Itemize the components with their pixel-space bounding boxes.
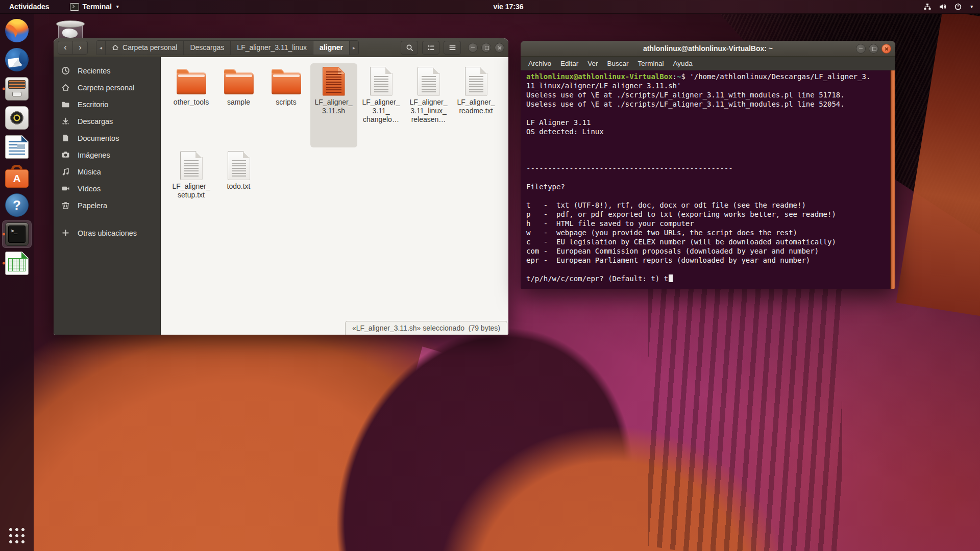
selection-status-bar: «LF_aligner_3.11.sh» seleccionado (79 by… (345, 321, 507, 335)
terminal-line: ----------------------------------------… (526, 164, 885, 173)
minimize-button[interactable] (468, 43, 478, 53)
sidebar-item-label: Vídeos (78, 185, 101, 193)
file-item[interactable]: todo.txt (215, 147, 262, 232)
dock-item-files[interactable] (2, 75, 32, 103)
sidebar-item-escritorio[interactable]: Escritorio (54, 96, 160, 113)
system-status-area[interactable]: ▾ (923, 3, 980, 11)
rhythmbox-icon (5, 106, 29, 130)
app-menu[interactable]: Terminal ▾ (70, 3, 119, 11)
menu-item-editar[interactable]: Editar (556, 60, 583, 67)
minimize-icon (469, 43, 477, 52)
terminal-scrollbar[interactable] (890, 70, 895, 289)
file-item[interactable]: LF_aligner_ setup.txt (168, 147, 215, 232)
top-bar: Actividades Terminal ▾ vie 17:36 ▾ (0, 0, 980, 14)
minimize-button[interactable] (856, 44, 866, 54)
clock-icon (61, 66, 70, 75)
breadcrumb-segment[interactable]: Descargas (184, 41, 231, 55)
volume-icon (939, 3, 947, 11)
trash-icon (61, 201, 70, 210)
sidebar-item-documentos[interactable]: Documentos (54, 130, 160, 146)
sidebar-item-descargas[interactable]: Descargas (54, 113, 160, 130)
files-body: RecientesCarpeta personalEscritorioDesca… (54, 57, 508, 335)
dock-item-firefox[interactable] (2, 17, 32, 44)
sidebar-item-otras-ubicaciones[interactable]: Otras ubicaciones (54, 224, 160, 241)
terminal-line (526, 109, 885, 118)
sidebar-item-label: Documentos (78, 134, 119, 142)
clock[interactable]: vie 17:36 (493, 3, 523, 11)
files-content: other_toolssamplescriptsLF_aligner_ 3.11… (161, 57, 508, 335)
activities-button[interactable]: Actividades (6, 3, 53, 11)
sidebar-item-im-genes[interactable]: Imágenes (54, 146, 160, 163)
window-menu-button[interactable] (444, 41, 461, 55)
text-icon (175, 149, 208, 182)
breadcrumb-segment[interactable]: LF_aligner_3.11_linux (231, 41, 313, 55)
terminal-mini-icon (70, 3, 79, 11)
sidebar-item-m-sica[interactable]: Música (54, 163, 160, 180)
menu-item-buscar[interactable]: Buscar (603, 60, 633, 67)
dock-item-help[interactable] (2, 191, 32, 219)
chevron-down-icon: ▾ (970, 4, 973, 9)
folder-icon (61, 100, 70, 109)
home-icon (61, 83, 70, 92)
search-button[interactable] (401, 41, 418, 55)
sidebar-item-label: Carpeta personal (78, 84, 134, 92)
firefox-icon (5, 19, 29, 42)
terminal-line: t - txt (UTF-8!), rtf, doc, docx or odt … (526, 201, 885, 210)
dock-item-writer[interactable] (2, 133, 32, 161)
breadcrumb-segment[interactable]: Carpeta personal (106, 41, 184, 55)
maximize-button[interactable] (869, 44, 878, 54)
terminal-body[interactable]: athlonlinux@athlonlinux-VirtualBox:~$ '/… (521, 70, 895, 289)
file-item[interactable]: sample (215, 63, 262, 147)
breadcrumb-scroll-right[interactable]: ▸ (350, 41, 358, 55)
dock-item-rhythmbox[interactable] (2, 104, 32, 132)
dock-item-calc[interactable] (2, 249, 32, 277)
dock-item-thunderbird[interactable] (2, 46, 32, 73)
breadcrumb: ◂Carpeta personalDescargasLF_aligner_3.1… (96, 40, 359, 55)
back-button[interactable]: ‹ (58, 41, 73, 55)
file-item[interactable]: LF_aligner_ 3.11.sh (310, 63, 357, 147)
sidebar-item-papelera[interactable]: Papelera (54, 197, 160, 214)
close-button[interactable] (495, 43, 504, 53)
chevron-down-icon: ▾ (116, 4, 119, 9)
show-applications-button[interactable] (8, 527, 26, 545)
file-item[interactable]: LF_aligner_ 3.11_ changelo… (358, 63, 405, 147)
file-item[interactable]: LF_aligner_ readme.txt (453, 63, 500, 147)
view-toggle-button[interactable] (422, 41, 439, 55)
file-item[interactable]: scripts (263, 63, 310, 147)
terminal-input-line: t/p/h/w/c/com/epr? (Default: t) t (526, 274, 885, 283)
menu-item-ver[interactable]: Ver (583, 60, 602, 67)
terminal-titlebar[interactable]: athlonlinux@athlonlinux-VirtualBox: ~ (521, 41, 895, 57)
app-menu-label: Terminal (83, 3, 112, 11)
sidebar-item-label: Papelera (78, 202, 107, 210)
maximize-icon (869, 44, 878, 53)
breadcrumb-segment[interactable]: aligner (313, 41, 350, 55)
file-label: LF_aligner_ setup.txt (173, 182, 210, 199)
maximize-button[interactable] (481, 43, 491, 53)
terminal-line: epr - European Parliament reports (downl… (526, 256, 885, 265)
text-glyph (228, 151, 250, 180)
video-icon (61, 184, 70, 193)
menu-item-archivo[interactable]: Archivo (524, 60, 556, 67)
file-label: LF_aligner_ 3.11_ changelo… (362, 98, 400, 124)
terminal-line: h - HTML file saved to your computer (526, 219, 885, 228)
file-item[interactable]: LF_aligner_ 3.11_linux_ releasen… (405, 63, 452, 147)
breadcrumb-scroll-left[interactable]: ◂ (96, 41, 106, 55)
file-item[interactable]: other_tools (168, 63, 215, 147)
close-button[interactable] (881, 44, 891, 54)
sidebar-item-carpeta-personal[interactable]: Carpeta personal (54, 79, 160, 96)
menu-item-ayuda[interactable]: Ayuda (669, 60, 697, 67)
sidebar-item-label: Música (78, 168, 101, 176)
sidebar-item-label: Escritorio (78, 101, 108, 109)
dock-item-software[interactable] (2, 162, 32, 190)
sidebar-item-label: Otras ubicaciones (78, 229, 137, 237)
file-label: LF_aligner_ 3.11.sh (315, 98, 353, 115)
sidebar-item-v-deos[interactable]: Vídeos (54, 180, 160, 197)
dock-item-terminal[interactable] (2, 220, 32, 248)
calc-icon (5, 252, 29, 275)
sidebar-item-recientes[interactable]: Recientes (54, 62, 160, 79)
files-icon (5, 77, 29, 101)
menu-item-terminal[interactable]: Terminal (633, 60, 669, 67)
file-label: scripts (276, 98, 296, 107)
forward-button[interactable]: › (72, 41, 88, 55)
window-controls (856, 44, 891, 54)
